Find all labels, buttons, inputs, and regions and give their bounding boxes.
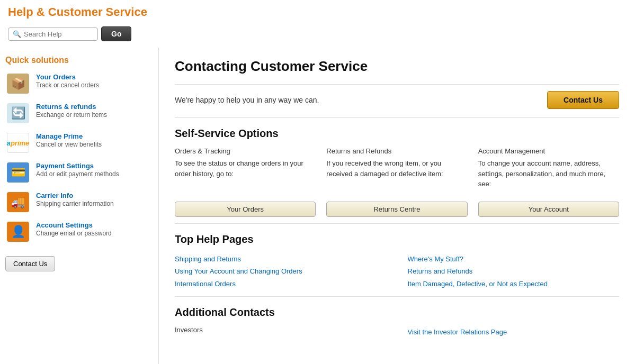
- search-bar: 🔍 Go: [0, 22, 635, 48]
- main-content: Contacting Customer Service We're happy …: [159, 48, 635, 364]
- investor-relations-link[interactable]: Visit the Investor Relations Page: [408, 326, 620, 338]
- main-title: Contacting Customer Service: [175, 58, 619, 75]
- sidebar-returns-label[interactable]: Returns & refunds: [36, 103, 153, 111]
- sidebar-payment-desc: Add or edit payment methods: [36, 170, 153, 179]
- help-link-damaged[interactable]: Item Damaged, Defective, or Not as Expec…: [408, 280, 548, 288]
- self-service-title: Self-Service Options: [175, 128, 619, 140]
- self-service-col-0: Orders & Tracking To see the status or c…: [175, 147, 316, 217]
- divider-4: [175, 296, 619, 297]
- divider-3: [175, 223, 619, 224]
- returns-centre-button[interactable]: Returns Centre: [326, 202, 467, 217]
- sidebar-prime-desc: Cancel or view benefits: [36, 140, 153, 149]
- help-link-account-orders[interactable]: Using Your Account and Changing Orders: [175, 267, 302, 275]
- investors-label: Investors: [175, 326, 387, 338]
- search-input-wrapper: 🔍: [8, 28, 98, 41]
- sidebar: Quick solutions 📦 Your Orders Track or c…: [0, 48, 159, 364]
- top-help-right-col: Where's My Stuff? Returns and Refunds It…: [408, 253, 620, 290]
- additional-contacts-grid: Investors Visit the Investor Relations P…: [175, 326, 619, 338]
- page-wrapper: Help & Customer Service 🔍 Go Quick solut…: [0, 0, 635, 364]
- contact-us-button[interactable]: Contact Us: [547, 91, 619, 109]
- content-area: Quick solutions 📦 Your Orders Track or c…: [0, 48, 635, 364]
- sidebar-item-carrier[interactable]: 🚚 Carrier Info Shipping carrier informat…: [5, 192, 153, 213]
- prime-icon: aprime: [5, 132, 31, 153]
- sidebar-carrier-label[interactable]: Carrier Info: [36, 192, 153, 199]
- help-link-shipping[interactable]: Shipping and Returns: [175, 255, 241, 263]
- divider-2: [175, 117, 619, 118]
- sidebar-orders-desc: Track or cancel orders: [36, 81, 153, 90]
- returns-icon: 🔄: [5, 103, 31, 124]
- page-title: Help & Customer Service: [0, 0, 635, 22]
- col-0-title: Orders & Tracking: [175, 147, 316, 155]
- search-icon: 🔍: [13, 30, 21, 38]
- go-button[interactable]: Go: [101, 26, 131, 41]
- sidebar-item-account[interactable]: 👤 Account Settings Change email or passw…: [5, 221, 153, 242]
- intro-text: We're happy to help you in any way we ca…: [175, 96, 319, 104]
- col-2-desc: To change your account name, address, se…: [478, 158, 619, 195]
- payment-icon: 💳: [5, 162, 31, 183]
- col-1-title: Returns and Refunds: [326, 147, 467, 155]
- sidebar-carrier-desc: Shipping carrier information: [36, 199, 153, 208]
- sidebar-prime-label[interactable]: Manage Prime: [36, 132, 153, 140]
- self-service-grid: Orders & Tracking To see the status or c…: [175, 147, 619, 217]
- col-1-desc: If you received the wrong item, or you r…: [326, 158, 467, 195]
- top-help-title: Top Help Pages: [175, 233, 619, 245]
- top-help-links: Shipping and Returns Using Your Account …: [175, 253, 619, 290]
- help-link-international[interactable]: International Orders: [175, 280, 236, 288]
- top-help-left-col: Shipping and Returns Using Your Account …: [175, 253, 387, 290]
- sidebar-contact-button[interactable]: Contact Us: [5, 256, 55, 271]
- your-account-button[interactable]: Your Account: [478, 202, 619, 217]
- sidebar-account-desc: Change email or password: [36, 229, 153, 238]
- self-service-col-1: Returns and Refunds If you received the …: [326, 147, 467, 217]
- sidebar-orders-label[interactable]: Your Orders: [36, 73, 153, 81]
- sidebar-item-prime[interactable]: aprime Manage Prime Cancel or view benef…: [5, 132, 153, 153]
- carrier-icon: 🚚: [5, 192, 31, 213]
- help-link-returns-refunds[interactable]: Returns and Refunds: [408, 267, 473, 275]
- sidebar-payment-label[interactable]: Payment Settings: [36, 162, 153, 170]
- sidebar-account-label[interactable]: Account Settings: [36, 221, 153, 229]
- your-orders-button[interactable]: Your Orders: [175, 202, 316, 217]
- sidebar-item-orders[interactable]: 📦 Your Orders Track or cancel orders: [5, 73, 153, 94]
- sidebar-returns-desc: Exchange or return items: [36, 111, 153, 120]
- self-service-col-2: Account Management To change your accoun…: [478, 147, 619, 217]
- account-icon: 👤: [5, 221, 31, 242]
- orders-icon: 📦: [5, 73, 31, 94]
- sidebar-item-payment[interactable]: 💳 Payment Settings Add or edit payment m…: [5, 162, 153, 183]
- sidebar-title: Quick solutions: [5, 56, 153, 65]
- divider-1: [175, 84, 619, 85]
- col-2-title: Account Management: [478, 147, 619, 155]
- col-0-desc: To see the status or change orders in yo…: [175, 158, 316, 195]
- sidebar-item-returns[interactable]: 🔄 Returns & refunds Exchange or return i…: [5, 103, 153, 124]
- additional-contacts-title: Additional Contacts: [175, 306, 619, 319]
- intro-row: We're happy to help you in any way we ca…: [175, 91, 619, 109]
- search-input[interactable]: [24, 30, 87, 38]
- help-link-wheres-stuff[interactable]: Where's My Stuff?: [408, 255, 464, 263]
